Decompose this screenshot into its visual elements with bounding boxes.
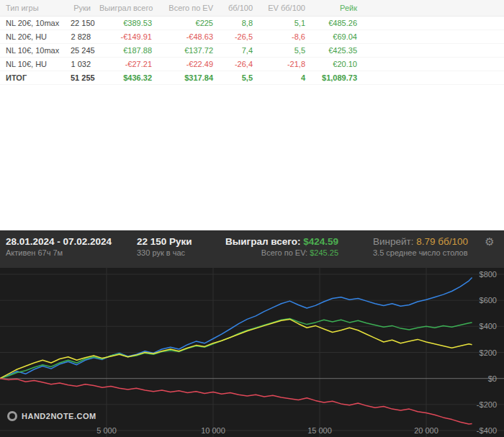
row-filler xyxy=(361,71,504,84)
stat-cell: $317.84 xyxy=(156,71,217,84)
winrate-line: Винрейт: 8.79 бб/100 xyxy=(373,235,468,248)
won-total-value: $424.59 xyxy=(303,236,338,247)
stat-cell: €187.88 xyxy=(95,43,156,57)
y-tick-label: $400 xyxy=(480,322,497,330)
game-type-cell: ИТОГ xyxy=(0,71,66,84)
y-tick-label: -$200 xyxy=(477,400,497,409)
x-tick-label: 15 000 xyxy=(307,426,332,435)
stat-cell: -€149.91 xyxy=(95,30,156,43)
header-filler xyxy=(361,0,504,16)
stat-cell: 8,8 xyxy=(217,16,257,30)
stat-cell: -21,8 xyxy=(257,57,310,71)
column-header[interactable]: бб/100 xyxy=(217,0,257,16)
stat-cell: €485.26 xyxy=(310,16,361,30)
graph-panel: 28.01.2024 - 07.02.2024 Активен 67ч 7м 2… xyxy=(0,230,504,437)
app-window: Тип игрыРукиВыиграл всегоВсего по EVбб/1… xyxy=(0,0,504,437)
ev-total-label: Всего по EV: xyxy=(261,248,307,257)
stat-cell: €425.35 xyxy=(310,43,361,57)
game-type-cell: NL 10€, HU xyxy=(0,57,66,71)
row-filler xyxy=(361,43,504,57)
stat-cell: €69.04 xyxy=(310,30,361,43)
stat-cell: €225 xyxy=(156,16,217,30)
total-row[interactable]: ИТОГ51 255$436.32$317.845,54$1,089.73 xyxy=(0,71,504,84)
avg-tables: 3.5 среднее число столов xyxy=(373,248,468,258)
row-filler xyxy=(361,16,504,30)
winnings-graph[interactable]: $800$600$400$200$0-$200-$400 5 00010 000… xyxy=(0,268,504,437)
stats-table-section: Тип игрыРукиВыиграл всегоВсего по EVбб/1… xyxy=(0,0,504,85)
table-row[interactable]: NL 10€, HU1 032-€27.21-€22.49-26,4-21,8€… xyxy=(0,57,504,71)
game-type-cell: NL 10€, 10max xyxy=(0,43,66,57)
active-time: Активен 67ч 7м xyxy=(6,248,112,258)
column-header[interactable]: Руки xyxy=(66,0,95,16)
stat-cell: 4 xyxy=(257,71,310,84)
winnings-block: Выиграл всего: $424.59 Всего по EV: $245… xyxy=(225,235,338,258)
table-row[interactable]: NL 20€, HU2 828-€149.91-€48.63-26,5-8,6€… xyxy=(0,30,504,43)
hand2note-logo-text: HAND2NOTE.COM xyxy=(22,412,96,420)
ev-total-line: Всего по EV: $245.25 xyxy=(225,248,338,258)
stat-cell: €389.53 xyxy=(95,16,156,30)
date-range-block: 28.01.2024 - 07.02.2024 Активен 67ч 7м xyxy=(6,235,112,258)
stat-cell: 25 245 xyxy=(66,43,95,57)
stat-cell: 2 828 xyxy=(66,30,95,43)
hands-block: 22 150 Руки 330 рук в час xyxy=(137,235,192,258)
date-range: 28.01.2024 - 07.02.2024 xyxy=(6,235,112,248)
y-tick-label: $600 xyxy=(480,296,497,305)
won-total-label: Выиграл всего: xyxy=(225,236,300,247)
y-tick-label: $800 xyxy=(480,270,497,279)
x-tick-label: 10 000 xyxy=(201,426,225,435)
hand2note-logo: HAND2NOTE.COM xyxy=(7,411,96,421)
won-total-line: Выиграл всего: $424.59 xyxy=(225,235,338,248)
stats-table-body: NL 20€, 10max22 150€389.53€2258,85,1€485… xyxy=(0,16,504,84)
table-row[interactable]: NL 20€, 10max22 150€389.53€2258,85,1€485… xyxy=(0,16,504,30)
stat-cell: -€27.21 xyxy=(95,57,156,71)
stat-cell: -26,5 xyxy=(217,30,257,43)
y-tick-label: $200 xyxy=(480,348,497,357)
stat-cell: 7,4 xyxy=(217,43,257,57)
graph-panel-header: 28.01.2024 - 07.02.2024 Активен 67ч 7м 2… xyxy=(0,230,504,268)
column-header[interactable]: Всего по EV xyxy=(156,0,217,16)
game-type-cell: NL 20€, 10max xyxy=(0,16,66,30)
column-header[interactable]: Тип игры xyxy=(0,0,66,16)
stat-cell: -€48.63 xyxy=(156,30,217,43)
empty-area xyxy=(0,85,504,231)
column-header[interactable]: EV бб/100 xyxy=(257,0,310,16)
stat-cell: -26,4 xyxy=(217,57,257,71)
x-tick-label: 5 000 xyxy=(96,426,117,435)
row-filler xyxy=(361,57,504,71)
settings-gear-icon[interactable]: ⚙ xyxy=(482,235,497,249)
ev-total-value: $245.25 xyxy=(310,248,338,257)
winrate-block: Винрейт: 8.79 бб/100 3.5 среднее число с… xyxy=(373,235,468,258)
y-tick-label: $0 xyxy=(488,374,497,383)
stats-table: Тип игрыРукиВыиграл всегоВсего по EVбб/1… xyxy=(0,0,504,85)
hands-per-hour: 330 рук в час xyxy=(137,248,192,258)
hands-count: 22 150 Руки xyxy=(137,235,192,248)
stat-cell: 5,5 xyxy=(257,43,310,57)
x-tick-label: 20 000 xyxy=(414,426,438,435)
hand2note-logo-icon xyxy=(7,411,17,421)
y-tick-label: -$400 xyxy=(477,426,497,435)
winrate-label: Винрейт: xyxy=(373,236,414,247)
stat-cell: 5,5 xyxy=(217,71,257,84)
stat-cell: $436.32 xyxy=(95,71,156,84)
stat-cell: -8,6 xyxy=(257,30,310,43)
game-type-cell: NL 20€, HU xyxy=(0,30,66,43)
stat-cell: -€22.49 xyxy=(156,57,217,71)
winrate-value: 8.79 бб/100 xyxy=(416,236,468,247)
stat-cell: 5,1 xyxy=(257,16,310,30)
stat-cell: 1 032 xyxy=(66,57,95,71)
stat-cell: 51 255 xyxy=(66,71,95,84)
column-header[interactable]: Выиграл всего xyxy=(95,0,156,16)
stat-cell: €137.72 xyxy=(156,43,217,57)
table-header-row: Тип игрыРукиВыиграл всегоВсего по EVбб/1… xyxy=(0,0,504,16)
row-filler xyxy=(361,30,504,43)
column-header[interactable]: Рейк xyxy=(310,0,361,16)
stat-cell: €20.10 xyxy=(310,57,361,71)
table-row[interactable]: NL 10€, 10max25 245€187.88€137.727,45,5€… xyxy=(0,43,504,57)
stat-cell: 22 150 xyxy=(66,16,95,30)
stat-cell: $1,089.73 xyxy=(310,71,361,84)
